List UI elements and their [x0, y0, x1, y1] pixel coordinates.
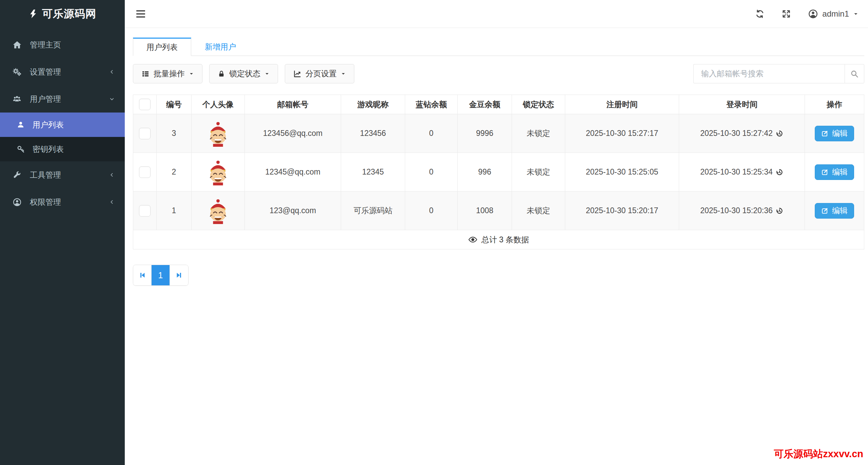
cell-lock-status: 未锁定 [512, 114, 565, 153]
page-1-button[interactable]: 1 [152, 265, 170, 285]
list-icon [141, 70, 150, 78]
sidebar: 可乐源码网 管理主页 设置管理 [0, 0, 125, 465]
table-row: 3 [133, 114, 864, 153]
sidebar-item-permissions[interactable]: 权限管理 [0, 188, 125, 216]
paging-settings-label: 分页设置 [305, 68, 337, 79]
cell-nickname: 123456 [341, 114, 405, 153]
cell-gold-bean: 1008 [458, 191, 512, 230]
chevron-left-icon [109, 69, 115, 75]
total-count-label: 总计 3 条数据 [481, 235, 529, 245]
table-row: 2 [133, 153, 864, 191]
site-watermark: 可乐源码站zxxvv.cn [774, 447, 863, 461]
avatar-image [205, 198, 231, 224]
cell-nickname: 可乐源码站 [341, 191, 405, 230]
toolbar: 批量操作 锁定状态 分页设置 [133, 64, 864, 83]
sidebar-item-label: 工具管理 [30, 170, 61, 180]
row-checkbox[interactable] [139, 166, 151, 178]
sidebar-item-user-list[interactable]: 用户列表 [0, 113, 125, 137]
bulk-actions-label: 批量操作 [154, 68, 185, 79]
bulk-actions-dropdown[interactable]: 批量操作 [133, 64, 202, 83]
lock-status-dropdown[interactable]: 锁定状态 [209, 64, 278, 83]
sidebar-item-label: 设置管理 [30, 67, 61, 77]
caret-down-icon [189, 71, 194, 76]
cell-gold-bean: 996 [458, 153, 512, 191]
cell-register-time: 2025-10-30 15:25:05 [565, 153, 679, 191]
history-icon [775, 129, 784, 138]
cell-blue-diamond: 0 [405, 153, 458, 191]
main-area: admin1 用户列表 新增用户 批量操作 [125, 0, 868, 465]
chevron-left-icon [109, 172, 115, 178]
edit-button[interactable]: 编辑 [815, 126, 854, 141]
content-area: 用户列表 新增用户 批量操作 锁定状态 [125, 28, 868, 465]
table-row: 1 [133, 191, 864, 230]
header-blue-diamond: 蓝钻余额 [405, 95, 458, 114]
user-menu[interactable]: admin1 [808, 9, 859, 19]
cell-avatar [192, 191, 245, 230]
cell-email: 12345@qq.com [245, 153, 341, 191]
cell-login-time: 2025-10-30 15:25:34 [679, 153, 805, 191]
cell-register-time: 2025-10-30 15:27:17 [565, 114, 679, 153]
edit-button[interactable]: 编辑 [815, 203, 854, 219]
cell-actions: 编辑 [805, 114, 864, 153]
sidebar-nav: 管理主页 设置管理 用户管理 [0, 28, 125, 216]
history-icon [775, 168, 784, 176]
header-email: 邮箱帐号 [245, 95, 341, 114]
sidebar-item-settings[interactable]: 设置管理 [0, 58, 125, 85]
select-all-checkbox[interactable] [139, 99, 151, 110]
row-checkbox[interactable] [139, 205, 151, 217]
cell-id: 1 [157, 191, 192, 230]
header-checkbox-cell [133, 95, 157, 114]
lock-status-label: 锁定状态 [229, 68, 260, 79]
app-logo[interactable]: 可乐源码网 [0, 0, 125, 28]
edit-button[interactable]: 编辑 [815, 164, 854, 180]
sidebar-item-label: 用户列表 [33, 120, 64, 130]
header-login-time: 登录时间 [679, 95, 805, 114]
cell-lock-status: 未锁定 [512, 191, 565, 230]
key-icon [16, 145, 26, 154]
refresh-icon[interactable] [755, 9, 765, 19]
user-table: 编号 个人头像 邮箱帐号 游戏昵称 蓝钻余额 金豆余额 锁定状态 注册时间 登录… [133, 95, 864, 249]
search-icon [850, 69, 859, 78]
search-button[interactable] [845, 64, 864, 83]
edit-icon [821, 130, 829, 137]
sidebar-item-user-management[interactable]: 用户管理 [0, 85, 125, 113]
sidebar-item-key-list[interactable]: 密钥列表 [0, 137, 125, 161]
cell-email: 123456@qq.com [245, 114, 341, 153]
cell-register-time: 2025-10-30 15:20:17 [565, 191, 679, 230]
chevron-left-icon [109, 199, 115, 205]
navbar-right: admin1 [755, 9, 859, 19]
sidebar-item-label: 权限管理 [30, 197, 61, 207]
avatar-image [205, 120, 231, 147]
hamburger-icon[interactable] [135, 7, 146, 20]
chevron-down-icon [109, 96, 115, 102]
last-page-button[interactable] [170, 265, 188, 285]
search-input[interactable] [693, 64, 845, 83]
user-circle-icon [808, 9, 818, 19]
sidebar-item-home[interactable]: 管理主页 [0, 31, 125, 58]
header-nickname: 游戏昵称 [341, 95, 405, 114]
expand-icon[interactable] [782, 9, 791, 19]
tabstrip: 用户列表 新增用户 [133, 38, 864, 56]
sidebar-item-label: 密钥列表 [33, 144, 64, 155]
cell-actions: 编辑 [805, 191, 864, 230]
first-page-button[interactable] [133, 265, 152, 285]
eye-icon [468, 236, 477, 243]
header-register-time: 注册时间 [565, 95, 679, 114]
edit-icon [821, 168, 829, 176]
tab-user-list[interactable]: 用户列表 [133, 38, 191, 56]
caret-down-icon [341, 71, 346, 76]
cell-gold-bean: 9996 [458, 114, 512, 153]
sidebar-item-label: 管理主页 [30, 40, 61, 50]
header-gold-bean: 金豆余额 [458, 95, 512, 114]
table-header-row: 编号 个人头像 邮箱帐号 游戏昵称 蓝钻余额 金豆余额 锁定状态 注册时间 登录… [133, 95, 864, 114]
header-id: 编号 [157, 95, 192, 114]
bolt-icon [28, 8, 38, 20]
lock-icon [218, 70, 225, 78]
sidebar-item-tools[interactable]: 工具管理 [0, 161, 125, 188]
paging-settings-dropdown[interactable]: 分页设置 [285, 64, 354, 83]
cell-lock-status: 未锁定 [512, 153, 565, 191]
cell-actions: 编辑 [805, 153, 864, 191]
row-checkbox[interactable] [139, 128, 151, 139]
tab-add-user[interactable]: 新增用户 [191, 38, 250, 56]
app-root: 可乐源码网 管理主页 设置管理 [0, 0, 868, 465]
